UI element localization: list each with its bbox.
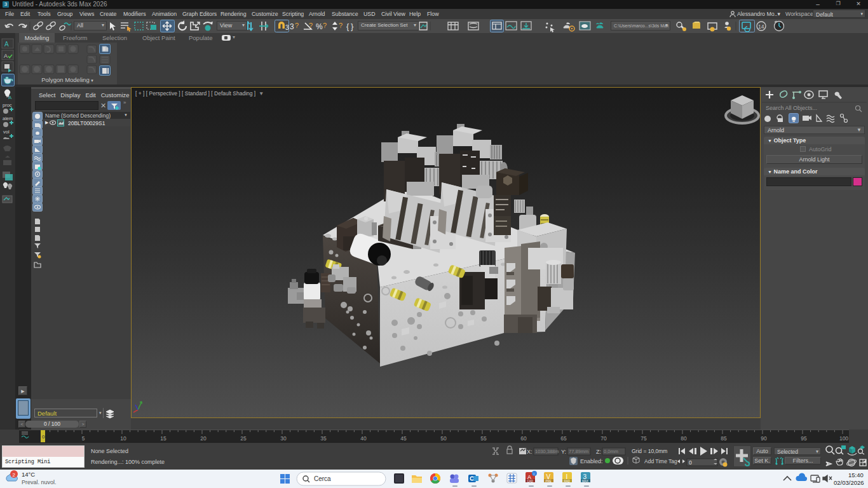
svg-text:0,0mm: 0,0mm bbox=[604, 449, 618, 454]
svg-text:Add Time Tag: Add Time Tag bbox=[644, 458, 677, 464]
svg-text:A: A bbox=[4, 53, 8, 59]
svg-text:MAX: MAX bbox=[582, 480, 588, 483]
svg-text:?: ? bbox=[323, 22, 327, 29]
svg-text:3: 3 bbox=[285, 24, 289, 31]
svg-text:Grid = 10,0mm: Grid = 10,0mm bbox=[632, 448, 667, 454]
svg-text:Y:: Y: bbox=[561, 449, 566, 455]
svg-text:}: } bbox=[351, 22, 354, 31]
svg-text:?: ? bbox=[309, 22, 313, 29]
svg-text:A: A bbox=[8, 95, 12, 100]
svg-text:A: A bbox=[4, 41, 9, 48]
svg-text:2: 2 bbox=[13, 472, 16, 478]
svg-text:0: 0 bbox=[689, 459, 692, 466]
svg-text:Enabled:: Enabled: bbox=[580, 458, 603, 464]
svg-text:proc: proc bbox=[3, 102, 12, 108]
svg-text:02/03/2026: 02/03/2026 bbox=[834, 479, 864, 486]
svg-text:14°C: 14°C bbox=[22, 471, 35, 478]
svg-text:alem: alem bbox=[3, 116, 13, 121]
svg-text:PRE: PRE bbox=[546, 480, 552, 483]
svg-text:CAD: CAD bbox=[527, 480, 534, 483]
svg-text:14: 14 bbox=[758, 24, 764, 30]
svg-text:Z:: Z: bbox=[596, 449, 601, 455]
svg-text:?: ? bbox=[295, 22, 299, 29]
svg-text:%: % bbox=[316, 22, 323, 31]
svg-text:vol: vol bbox=[3, 129, 10, 135]
svg-text:?: ? bbox=[339, 22, 342, 29]
svg-text:i: i bbox=[534, 472, 534, 476]
svg-text:15:40: 15:40 bbox=[848, 471, 864, 478]
svg-text:77,89mm: 77,89mm bbox=[569, 449, 588, 454]
svg-text:{: { bbox=[346, 22, 349, 31]
svg-text:Search All Objects...: Search All Objects... bbox=[766, 105, 817, 111]
svg-text:Cerca: Cerca bbox=[314, 475, 331, 482]
svg-text:3: 3 bbox=[290, 22, 294, 31]
svg-text:Preval. nuvol.: Preval. nuvol. bbox=[22, 479, 57, 485]
svg-text:1030,388m: 1030,388m bbox=[535, 449, 559, 454]
svg-text:X:: X: bbox=[527, 449, 532, 455]
svg-text:RAD: RAD bbox=[564, 480, 571, 483]
